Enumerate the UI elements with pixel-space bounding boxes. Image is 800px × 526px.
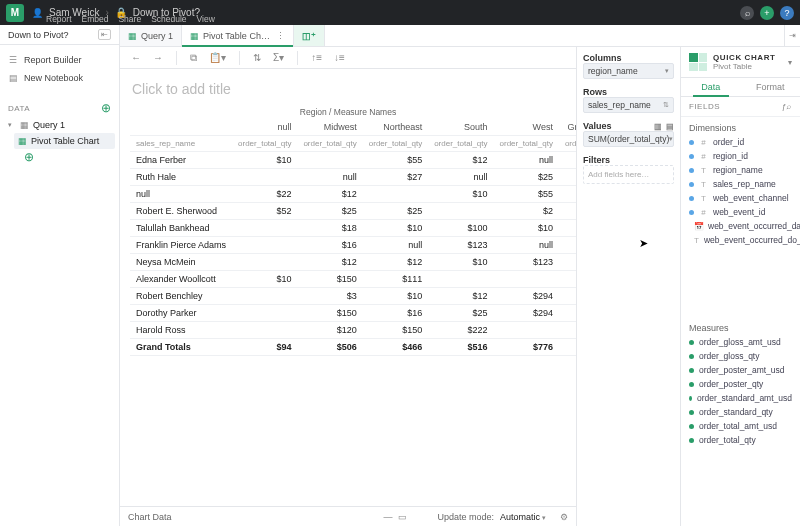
- project-header: Down to Pivot? ⇤: [0, 25, 119, 45]
- field-measure[interactable]: order_standard_qty: [687, 405, 794, 419]
- expand-icon[interactable]: ▭: [398, 512, 407, 522]
- copy-button[interactable]: ⧉: [187, 50, 200, 66]
- report-builder-link[interactable]: ☰ Report Builder: [8, 51, 111, 69]
- field-dimension[interactable]: #web_event_id: [687, 205, 794, 219]
- sort-asc-button[interactable]: ↑≡: [308, 50, 325, 65]
- sort-desc-button[interactable]: ↓≡: [331, 50, 348, 65]
- update-mode-select[interactable]: Automatic: [500, 512, 546, 522]
- chart-title-input[interactable]: Click to add title: [132, 81, 566, 97]
- help-icon[interactable]: ?: [780, 6, 794, 20]
- column-super-header: Region / Measure Names: [130, 107, 566, 117]
- collapse-sidebar-icon[interactable]: ⇤: [98, 29, 111, 40]
- chart-data-label[interactable]: Chart Data: [128, 512, 172, 522]
- field-measure[interactable]: order_total_amt_usd: [687, 419, 794, 433]
- tab-menu-icon[interactable]: ⋮: [276, 31, 285, 41]
- topbar: M 👤 Sam Weick › 🔒 Down to Pivot? Report …: [0, 0, 800, 25]
- values-pill[interactable]: SUM(order_total_qty)▾: [583, 131, 674, 147]
- field-measure[interactable]: order_poster_qty: [687, 377, 794, 391]
- field-measure[interactable]: order_poster_amt_usd: [687, 363, 794, 377]
- expand-right-icon[interactable]: ⇥: [784, 25, 800, 46]
- sidebar-item-pivot-chart[interactable]: ▦ Pivot Table Chart: [14, 133, 115, 149]
- measures-list: order_gloss_amt_usdorder_gloss_qtyorder_…: [681, 335, 800, 447]
- quick-chart-selector[interactable]: QUICK CHART Pivot Table ▾: [681, 47, 800, 78]
- table-row[interactable]: Robert E. Sherwood$52$25$25$2$104: [130, 203, 576, 220]
- fx-icon[interactable]: ƒ⌕: [782, 102, 792, 111]
- table-row[interactable]: Dorothy Parker$150$16$25$294$485: [130, 305, 576, 322]
- field-dimension[interactable]: Tregion_name: [687, 163, 794, 177]
- new-tab-button[interactable]: ◫⁺: [294, 25, 325, 46]
- report-menu: Report Embed Share Schedule View: [46, 14, 215, 24]
- table-icon: ▦: [128, 31, 137, 41]
- sidebar-tabs: Data Format: [681, 78, 800, 97]
- field-measure[interactable]: order_gloss_amt_usd: [687, 335, 794, 349]
- main-area: ▦ Query 1 ▦ Pivot Table Ch… ⋮ ◫⁺ ⇥ ← →: [120, 25, 800, 526]
- search-icon[interactable]: ⌕: [740, 6, 754, 20]
- rows-shelf-header: Rows: [583, 87, 674, 97]
- values-layout-rows-icon[interactable]: ▤: [666, 122, 674, 131]
- menu-share[interactable]: Share: [118, 14, 141, 24]
- chevron-down-icon: ▾: [788, 58, 792, 67]
- chart-data-bar: Chart Data — ▭ Update mode: Automatic ⚙: [120, 506, 576, 526]
- table-row[interactable]: Robert Benchley$3$10$12$294$319: [130, 288, 576, 305]
- filters-shelf-header: Filters: [583, 155, 674, 165]
- pivot-table: nullMidwestNortheastSouthWestGrand Total…: [130, 119, 576, 356]
- add-chart-icon[interactable]: ⊕: [4, 149, 115, 165]
- tab-data[interactable]: Data: [681, 78, 741, 96]
- field-measure[interactable]: order_gloss_qty: [687, 349, 794, 363]
- menu-report[interactable]: Report: [46, 14, 72, 24]
- project-title: Down to Pivot?: [8, 30, 69, 40]
- field-dimension[interactable]: #region_id: [687, 149, 794, 163]
- table-row[interactable]: Alexander Woollcott$10$150$111$271: [130, 271, 576, 288]
- user-icon: 👤: [32, 8, 43, 18]
- fields-search[interactable]: FIELDS ƒ⌕: [681, 97, 800, 117]
- pivot-config-panel: Columns region_name▾ Rows sales_rep_name…: [576, 47, 680, 526]
- field-measure[interactable]: order_total_qty: [687, 433, 794, 447]
- sort-icon: ⇅: [663, 101, 669, 109]
- tab-query[interactable]: ▦ Query 1: [120, 25, 182, 46]
- menu-schedule[interactable]: Schedule: [151, 14, 186, 24]
- rows-pill[interactable]: sales_rep_name⇅: [583, 97, 674, 113]
- field-dimension[interactable]: #order_id: [687, 135, 794, 149]
- dimensions-list: #order_id#region_idTregion_nameTsales_re…: [681, 135, 800, 247]
- table-row[interactable]: Talullah Bankhead$18$10$100$10$138: [130, 220, 576, 237]
- swap-button[interactable]: ⇅: [250, 50, 264, 65]
- chart-canvas: Click to add title Region / Measure Name…: [120, 69, 576, 506]
- aggregate-button[interactable]: Σ▾: [270, 50, 287, 65]
- table-row[interactable]: Edna Ferber$10$55$12null$77: [130, 152, 576, 169]
- redo-button[interactable]: →: [150, 50, 166, 65]
- table-row[interactable]: Neysa McMein$12$12$10$123$157: [130, 254, 576, 271]
- chart-toolbar: ← → ⧉ 📋▾ ⇅ Σ▾ ↑≡: [120, 47, 576, 69]
- table-icon: ▦: [20, 120, 29, 130]
- field-measure[interactable]: order_standard_amt_usd: [687, 391, 794, 405]
- plus-icon: ◫⁺: [302, 31, 316, 41]
- measures-header: Measures: [681, 317, 800, 335]
- field-dimension[interactable]: 📅web_event_occurred_date: [687, 219, 794, 233]
- field-dimension[interactable]: Tweb_event_channel: [687, 191, 794, 205]
- table-row[interactable]: null$22$12$10$55$99: [130, 186, 576, 203]
- notebook-icon: ▤: [8, 73, 18, 83]
- paste-button[interactable]: 📋▾: [206, 50, 229, 65]
- field-dimension[interactable]: Tsales_rep_name: [687, 177, 794, 191]
- table-row[interactable]: Ruth Halenull$27null$25$77: [130, 169, 576, 186]
- app-logo[interactable]: M: [6, 4, 24, 22]
- new-notebook-link[interactable]: ▤ New Notebook: [8, 69, 111, 87]
- table-row[interactable]: Harold Ross$120$150$222$492: [130, 322, 576, 339]
- add-icon[interactable]: +: [760, 6, 774, 20]
- tab-format[interactable]: Format: [741, 78, 801, 96]
- columns-pill[interactable]: region_name▾: [583, 63, 674, 79]
- sidebar-item-query[interactable]: ▾ ▦ Query 1: [4, 117, 115, 133]
- values-layout-cols-icon[interactable]: ▥: [654, 122, 662, 131]
- add-data-icon[interactable]: ⊕: [101, 101, 112, 115]
- field-dimension[interactable]: Tweb_event_occurred_do_w_name: [687, 233, 794, 247]
- filters-dropzone[interactable]: Add fields here…: [583, 165, 674, 184]
- report-icon: ☰: [8, 55, 18, 65]
- table-row[interactable]: Franklin Pierce Adams$16null$123null$139: [130, 237, 576, 254]
- menu-view[interactable]: View: [197, 14, 215, 24]
- undo-button[interactable]: ←: [128, 50, 144, 65]
- right-sidebar: QUICK CHART Pivot Table ▾ Data Format FI…: [680, 47, 800, 526]
- tab-pivot-chart[interactable]: ▦ Pivot Table Ch… ⋮: [182, 25, 294, 46]
- menu-embed[interactable]: Embed: [82, 14, 109, 24]
- settings-icon[interactable]: ⚙: [560, 512, 568, 522]
- chevron-down-icon: ▾: [669, 135, 673, 143]
- minimize-icon[interactable]: —: [383, 512, 392, 522]
